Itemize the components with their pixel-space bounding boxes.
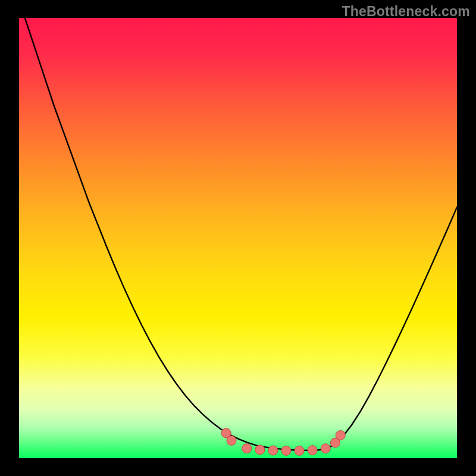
chart-frame: TheBottleneck.com xyxy=(0,0,476,476)
watermark-text: TheBottleneck.com xyxy=(342,4,470,20)
plot-area xyxy=(19,18,457,458)
